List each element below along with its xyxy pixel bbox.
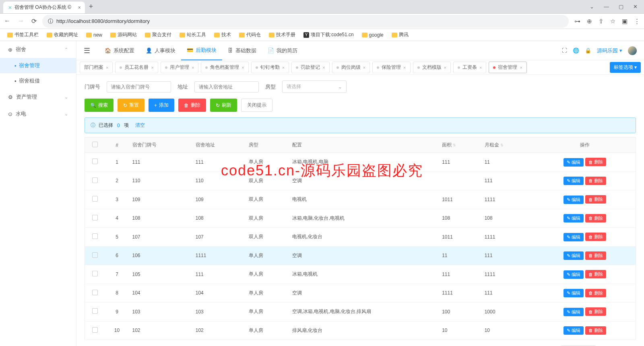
close-window-icon[interactable]: ✕: [633, 4, 638, 10]
column-header[interactable]: 房型: [246, 138, 289, 153]
sidebar-item[interactable]: ▪宿舍租借: [0, 73, 76, 89]
forward-icon[interactable]: →: [18, 17, 24, 25]
globe-icon[interactable]: 🌐: [573, 47, 579, 54]
nav-item[interactable]: 📄我的简历: [262, 41, 303, 60]
row-checkbox[interactable]: [92, 159, 98, 164]
page-tab[interactable]: 角色档案管理×: [201, 62, 248, 73]
clear-selection-link[interactable]: 清空: [135, 122, 145, 129]
close-icon[interactable]: ×: [242, 65, 244, 70]
edit-button[interactable]: ✎编辑: [564, 196, 584, 204]
edit-button[interactable]: ✎编辑: [564, 308, 584, 316]
delete-button[interactable]: 🗑删除: [178, 99, 206, 112]
table-row[interactable]: 8104104单人房空调1111111✎编辑🗑删除: [85, 284, 636, 303]
edit-button[interactable]: ✎编辑: [564, 158, 584, 167]
page-tab[interactable]: 钉钉考勤×: [251, 62, 289, 73]
close-icon[interactable]: ×: [322, 65, 325, 70]
close-icon[interactable]: ×: [403, 65, 406, 70]
delete-row-button[interactable]: 🗑删除: [585, 177, 606, 185]
expand-icon[interactable]: ⛶: [562, 47, 567, 54]
table-row[interactable]: 5107107双人房电视机,化妆台10111111✎编辑🗑删除: [85, 228, 636, 247]
reload-icon[interactable]: ⟳: [31, 17, 37, 25]
close-icon[interactable]: ×: [282, 65, 285, 70]
column-header[interactable]: 宿舍地址: [192, 138, 246, 153]
filter-door-input[interactable]: [107, 81, 171, 93]
sidebar-group[interactable]: ⚙资产管理⌄: [0, 89, 76, 105]
select-all-checkbox[interactable]: [92, 142, 98, 147]
close-icon[interactable]: ×: [192, 65, 194, 70]
close-icon[interactable]: ×: [479, 65, 482, 70]
nav-item[interactable]: 💳后勤模块: [181, 41, 222, 60]
table-row[interactable]: 3109109双人房电视机10111111✎编辑🗑删除: [85, 190, 636, 209]
page-tab[interactable]: 宿舍管理×: [489, 62, 526, 73]
new-tab-button[interactable]: +: [89, 2, 93, 11]
edit-button[interactable]: ✎编辑: [564, 233, 584, 241]
edit-button[interactable]: ✎编辑: [564, 177, 584, 185]
bookmark-item[interactable]: new: [83, 31, 105, 39]
table-row[interactable]: 1111111单人房冰箱,电视机,电脑11111✎编辑🗑删除: [85, 153, 636, 172]
url-input[interactable]: ⓘ http://localhost:8080/dormitory/dormit…: [42, 15, 569, 28]
delete-row-button[interactable]: 🗑删除: [585, 233, 606, 241]
page-tab[interactable]: 用户管理×: [161, 62, 198, 73]
table-row[interactable]: 61061111单人房空调11111✎编辑🗑删除: [85, 246, 636, 265]
row-checkbox[interactable]: [92, 196, 98, 202]
delete-row-button[interactable]: 🗑删除: [585, 270, 606, 278]
filter-type-select[interactable]: 请选择 ⌄: [282, 80, 347, 93]
table-row[interactable]: 10102102单人房排风扇,化妆台1010✎编辑🗑删除: [85, 321, 636, 340]
bookmark-item[interactable]: 书签工具栏: [4, 30, 42, 39]
chevron-down-icon[interactable]: ⌄: [590, 4, 594, 10]
bookmark-item[interactable]: 腾讯: [388, 30, 412, 39]
menu-icon[interactable]: ⋮: [634, 18, 640, 25]
puzzle-icon[interactable]: ▣: [622, 18, 627, 25]
sidebar-item[interactable]: ▪宿舍管理: [0, 58, 76, 73]
bookmark-item[interactable]: 技术手册: [266, 30, 299, 39]
page-tab[interactable]: 员工花名册×: [115, 62, 158, 73]
sidebar-group[interactable]: ⊕宿舍⌃: [0, 41, 76, 58]
page-tab[interactable]: 部门档案×: [80, 62, 113, 73]
delete-row-button[interactable]: 🗑删除: [585, 251, 606, 260]
bookmark-item[interactable]: 源码网站: [107, 30, 140, 39]
back-icon[interactable]: ←: [4, 17, 10, 25]
table-row[interactable]: 9103103单人房空调,冰箱,电视机,电脑,化妆台,排风扇1001000✎编辑…: [85, 303, 636, 321]
browser-tab[interactable]: ✕ 宿舍管理 OA协办公系统 © ×: [3, 2, 85, 13]
page-tab[interactable]: 保险管理×: [372, 62, 410, 73]
column-header[interactable]: 配置: [289, 138, 439, 153]
share-icon[interactable]: ⇧: [599, 18, 604, 25]
sidebar-group[interactable]: ⊙水电⌄: [0, 105, 76, 122]
row-checkbox[interactable]: [92, 271, 98, 276]
bookmark-item[interactable]: 聚合支付: [142, 30, 175, 39]
close-tip-button[interactable]: 关闭提示: [241, 99, 272, 112]
add-button[interactable]: +添加: [149, 99, 174, 112]
search-icon[interactable]: ⊕: [587, 18, 592, 25]
tab-options-button[interactable]: 标签选项 ▾: [610, 62, 641, 73]
close-icon[interactable]: ×: [363, 65, 365, 70]
nav-item[interactable]: 🗄基础数据: [222, 41, 262, 60]
table-row[interactable]: 7105111单人房冰箱,电视机1111111✎编辑🗑删除: [85, 265, 636, 284]
close-icon[interactable]: ×: [151, 65, 153, 70]
column-header[interactable]: 操作: [534, 138, 636, 153]
delete-row-button[interactable]: 🗑删除: [585, 195, 606, 204]
delete-row-button[interactable]: 🗑删除: [585, 307, 606, 316]
search-button[interactable]: 🔍搜索: [85, 99, 114, 112]
nav-item[interactable]: 🏠系统配置: [99, 41, 140, 60]
row-checkbox[interactable]: [92, 252, 98, 258]
page-tab[interactable]: 岗位岗级×: [332, 62, 370, 73]
page-tab[interactable]: 工资条×: [453, 62, 486, 73]
column-header[interactable]: 面积⇅: [439, 138, 481, 153]
page-tab[interactable]: 文档模版×: [413, 62, 451, 73]
key-icon[interactable]: ⊶: [574, 18, 580, 25]
close-icon[interactable]: ×: [520, 65, 522, 70]
bookmark-item[interactable]: google: [359, 31, 387, 39]
edit-button[interactable]: ✎编辑: [564, 251, 584, 260]
row-checkbox[interactable]: [92, 233, 98, 239]
row-checkbox[interactable]: [92, 215, 98, 220]
delete-row-button[interactable]: 🗑删除: [585, 214, 606, 222]
avatar[interactable]: [628, 46, 637, 55]
close-icon[interactable]: ×: [78, 5, 81, 10]
row-checkbox[interactable]: [92, 177, 98, 183]
column-header[interactable]: #: [105, 138, 129, 153]
edit-button[interactable]: ✎编辑: [564, 270, 584, 279]
row-checkbox[interactable]: [92, 327, 98, 333]
table-row[interactable]: 2110110双人房空调111✎编辑🗑删除: [85, 171, 636, 190]
star-icon[interactable]: ☆: [610, 18, 615, 25]
close-icon[interactable]: ×: [106, 65, 108, 70]
